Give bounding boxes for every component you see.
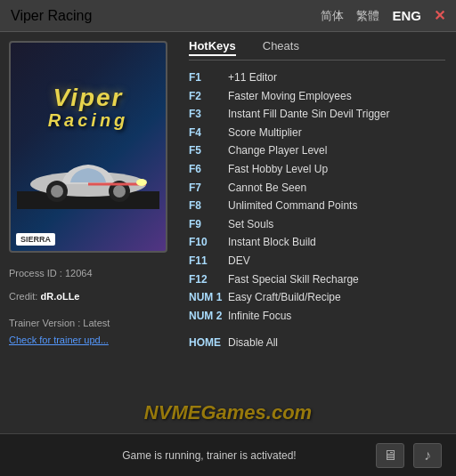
hotkey-desc: Fast Special Skill Recharge bbox=[228, 271, 359, 288]
hotkey-key: F1 bbox=[189, 69, 223, 86]
game-cover: Viper Racing S bbox=[9, 41, 167, 253]
process-info: Process ID : 12064 Credit: dR.oLLe bbox=[9, 265, 169, 306]
credit-label: Credit: bbox=[9, 291, 37, 302]
hotkey-key: F4 bbox=[189, 125, 223, 141]
hotkey-key: F8 bbox=[189, 198, 223, 214]
left-panel: Viper Racing S bbox=[0, 32, 178, 433]
tab-hotkeys[interactable]: HotKeys bbox=[189, 39, 236, 56]
svg-point-3 bbox=[51, 185, 63, 198]
hotkey-key: F6 bbox=[189, 161, 223, 178]
monitor-icon[interactable]: 🖥 bbox=[376, 443, 404, 468]
titlebar-controls: 简体 繁體 ENG ✕ bbox=[321, 7, 445, 24]
music-icon[interactable]: ♪ bbox=[413, 443, 442, 468]
hotkey-row: F6Fast Hobby Level Up bbox=[189, 161, 445, 178]
hotkeys-list: F1+11 EditorF2Faster Moving EmployeesF3I… bbox=[189, 69, 445, 351]
hotkey-row: NUM 2Infinite Focus bbox=[189, 308, 445, 325]
hotkey-desc: Faster Moving Employees bbox=[228, 88, 352, 105]
hotkey-row: F10Instant Block Build bbox=[189, 234, 445, 251]
status-icons: 🖥 ♪ bbox=[376, 443, 442, 468]
hotkey-row: F1+11 Editor bbox=[189, 69, 445, 86]
trainer-update-link[interactable]: Check for trainer upd... bbox=[9, 335, 109, 345]
hotkey-desc: Instant Block Build bbox=[228, 234, 316, 251]
hotkey-row: F9Set Souls bbox=[189, 216, 445, 233]
hotkey-key: NUM 2 bbox=[189, 308, 223, 325]
hotkey-row: NUM 1Easy Craft/Build/Recipe bbox=[189, 289, 445, 306]
hotkey-row-home: HOMEDisable All bbox=[189, 335, 445, 351]
hotkey-key: F12 bbox=[189, 271, 223, 288]
car-image bbox=[17, 138, 159, 209]
main-content: Viper Racing S bbox=[0, 32, 456, 433]
hotkey-row: F7Cannot Be Seen bbox=[189, 180, 445, 197]
titlebar: Viper Racing 简体 繁體 ENG ✕ bbox=[0, 0, 456, 32]
credit-row: Credit: dR.oLLe bbox=[9, 288, 169, 306]
hotkey-row: F4Score Multiplier bbox=[189, 125, 445, 141]
hotkey-row: F12Fast Special Skill Recharge bbox=[189, 271, 445, 288]
trainer-version: Trainer Version : Latest bbox=[9, 315, 169, 333]
sierra-logo: SIERRA bbox=[16, 233, 55, 246]
process-id-value: 12064 bbox=[65, 268, 93, 278]
hotkey-row: F11DEV bbox=[189, 253, 445, 270]
svg-point-7 bbox=[136, 179, 147, 186]
hotkey-key: F11 bbox=[189, 253, 223, 270]
hotkey-row: F3Instant Fill Dante Sin Devil Trigger bbox=[189, 106, 445, 123]
hotkey-desc: Score Multiplier bbox=[228, 125, 302, 141]
process-id-label: Process ID : bbox=[9, 268, 62, 278]
hotkey-key: F5 bbox=[189, 142, 223, 159]
cover-title-racing: Racing bbox=[48, 110, 129, 131]
hotkey-key: F3 bbox=[189, 106, 223, 123]
credit-value: dR.oLLe bbox=[40, 291, 79, 302]
close-button[interactable]: ✕ bbox=[434, 7, 445, 24]
hotkey-key: F2 bbox=[189, 88, 223, 105]
hotkey-row: F5Change Player Level bbox=[189, 142, 445, 159]
tabs-bar: HotKeys Cheats bbox=[189, 39, 445, 61]
lang-traditional[interactable]: 繁體 bbox=[356, 8, 379, 24]
lang-english[interactable]: ENG bbox=[392, 8, 421, 23]
process-id-row: Process ID : 12064 bbox=[9, 265, 169, 283]
app-title: Viper Racing bbox=[11, 8, 92, 24]
hotkey-key: F9 bbox=[189, 216, 223, 233]
hotkey-section-gap bbox=[189, 326, 445, 333]
tab-cheats[interactable]: Cheats bbox=[263, 39, 299, 56]
hotkey-key: F7 bbox=[189, 180, 223, 197]
hotkey-desc: Easy Craft/Build/Recipe bbox=[228, 289, 341, 306]
svg-point-5 bbox=[113, 185, 126, 198]
hotkey-desc: Unlimited Command Points bbox=[228, 198, 357, 214]
trainer-info: Trainer Version : Latest Check for train… bbox=[9, 315, 169, 351]
hotkey-desc: Set Souls bbox=[228, 216, 273, 233]
hotkey-desc-home: Disable All bbox=[228, 335, 278, 351]
hotkey-row: F8Unlimited Command Points bbox=[189, 198, 445, 214]
hotkey-desc: Cannot Be Seen bbox=[228, 180, 306, 197]
hotkey-desc: Change Player Level bbox=[228, 142, 327, 159]
hotkey-desc: +11 Editor bbox=[228, 69, 277, 86]
hotkey-key-home: HOME bbox=[189, 335, 223, 351]
hotkey-desc: Infinite Focus bbox=[228, 308, 291, 325]
hotkey-key: NUM 1 bbox=[189, 289, 223, 306]
hotkey-desc: Fast Hobby Level Up bbox=[228, 161, 328, 178]
cover-title-viper: Viper bbox=[53, 85, 124, 110]
hotkey-desc: Instant Fill Dante Sin Devil Trigger bbox=[228, 106, 389, 123]
right-panel: HotKeys Cheats F1+11 EditorF2Faster Movi… bbox=[178, 32, 456, 433]
hotkey-row: F2Faster Moving Employees bbox=[189, 88, 445, 105]
status-bar: Game is running, trainer is activated! 🖥… bbox=[0, 433, 456, 476]
lang-simplified[interactable]: 简体 bbox=[321, 8, 344, 24]
hotkey-desc: DEV bbox=[228, 253, 250, 270]
status-text: Game is running, trainer is activated! bbox=[43, 449, 376, 462]
hotkey-key: F10 bbox=[189, 234, 223, 251]
